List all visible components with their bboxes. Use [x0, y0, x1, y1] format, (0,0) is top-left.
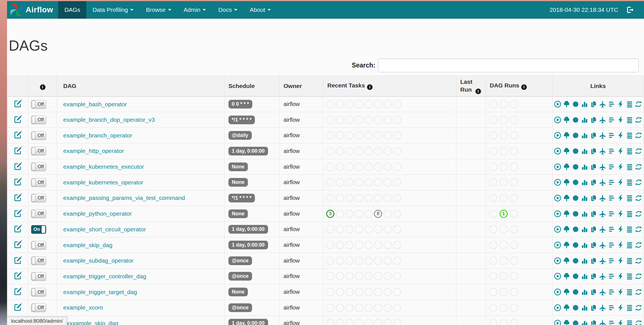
refresh-icon[interactable]	[635, 272, 642, 280]
refresh-icon[interactable]	[635, 179, 642, 186]
dag-run-circle[interactable]	[510, 131, 518, 139]
tree-view-icon[interactable]	[563, 210, 570, 218]
graph-view-icon[interactable]	[572, 272, 579, 280]
refresh-icon[interactable]	[635, 147, 642, 155]
code-view-icon[interactable]	[617, 257, 624, 265]
task-state-circle[interactable]	[384, 100, 392, 108]
task-state-circle[interactable]	[326, 147, 334, 155]
gantt-view-icon[interactable]	[608, 225, 615, 233]
trigger-dag-icon[interactable]	[554, 179, 561, 186]
task-state-circle[interactable]	[364, 272, 373, 280]
logs-icon[interactable]	[626, 194, 633, 202]
dag-pause-toggle[interactable]: Off	[31, 194, 46, 202]
dag-link[interactable]: example_kubernetes_operator	[63, 179, 143, 186]
graph-view-icon[interactable]	[572, 116, 579, 124]
task-state-circle[interactable]	[336, 100, 344, 108]
task-state-circle[interactable]	[326, 272, 334, 280]
task-state-circle[interactable]	[355, 147, 363, 155]
dag-run-circle[interactable]	[510, 163, 518, 171]
task-state-circle[interactable]	[336, 194, 344, 202]
trigger-dag-icon[interactable]	[554, 116, 561, 124]
task-state-circle[interactable]	[384, 241, 392, 249]
task-state-circle[interactable]	[364, 116, 373, 124]
task-state-circle[interactable]	[374, 131, 382, 139]
dag-pause-toggle[interactable]: Off	[31, 178, 46, 187]
task-state-circle[interactable]	[374, 241, 382, 249]
task-state-circle[interactable]	[384, 257, 392, 265]
dag-run-circle[interactable]	[510, 257, 518, 265]
dag-pause-toggle[interactable]: Off	[31, 288, 46, 296]
task-state-circle[interactable]	[364, 225, 373, 233]
task-state-circle[interactable]	[336, 288, 344, 296]
task-state-circle[interactable]	[384, 210, 392, 218]
dag-link[interactable]: example_short_circuit_operator	[63, 226, 146, 233]
nav-item-browse[interactable]: Browse	[140, 1, 177, 19]
task-state-circle[interactable]	[364, 178, 373, 186]
tree-view-icon[interactable]	[563, 100, 570, 108]
search-input[interactable]	[378, 58, 639, 72]
dag-run-circle[interactable]	[489, 319, 497, 325]
task-state-circle[interactable]: 8	[374, 210, 382, 218]
trigger-dag-icon[interactable]	[554, 319, 561, 325]
task-state-circle[interactable]	[374, 257, 382, 265]
task-state-circle[interactable]	[345, 210, 353, 218]
dag-link[interactable]: example_http_operator	[63, 148, 124, 154]
task-state-circle[interactable]	[374, 116, 382, 124]
task-tries-icon[interactable]	[590, 272, 597, 280]
gantt-view-icon[interactable]	[608, 319, 615, 325]
landing-times-icon[interactable]	[599, 163, 606, 171]
nav-item-about[interactable]: About	[244, 1, 277, 19]
logs-icon[interactable]	[626, 147, 633, 155]
trigger-dag-icon[interactable]	[554, 241, 561, 249]
dag-run-circle[interactable]	[500, 116, 508, 124]
task-state-circle[interactable]	[393, 116, 401, 124]
task-tries-icon[interactable]	[590, 116, 597, 124]
task-state-circle[interactable]	[326, 163, 334, 171]
task-tries-icon[interactable]	[590, 179, 597, 186]
task-state-circle[interactable]	[374, 304, 382, 312]
tree-view-icon[interactable]	[563, 319, 570, 325]
dag-run-circle[interactable]	[500, 257, 508, 265]
edit-dag-icon[interactable]	[14, 224, 22, 233]
code-view-icon[interactable]	[617, 319, 624, 325]
task-state-circle[interactable]	[345, 116, 353, 124]
task-state-circle[interactable]	[355, 319, 363, 325]
edit-dag-icon[interactable]	[14, 287, 22, 295]
edit-dag-icon[interactable]	[14, 146, 22, 155]
task-state-circle[interactable]	[384, 272, 392, 280]
graph-view-icon[interactable]	[572, 100, 579, 108]
task-state-circle[interactable]	[364, 257, 373, 265]
code-view-icon[interactable]	[617, 304, 624, 312]
task-state-circle[interactable]	[393, 147, 401, 155]
task-state-circle[interactable]	[384, 116, 392, 124]
dag-link[interactable]: example_trigger_controller_dag	[63, 273, 146, 279]
task-state-circle[interactable]	[345, 241, 353, 249]
task-state-circle[interactable]	[364, 288, 373, 296]
task-state-circle[interactable]	[374, 225, 382, 233]
nav-item-docs[interactable]: Docs	[212, 1, 244, 19]
code-view-icon[interactable]	[617, 163, 624, 171]
refresh-icon[interactable]	[635, 304, 642, 312]
refresh-icon[interactable]	[635, 194, 642, 202]
landing-times-icon[interactable]	[599, 210, 606, 218]
gantt-view-icon[interactable]	[608, 194, 615, 202]
task-state-circle[interactable]	[336, 178, 344, 186]
code-view-icon[interactable]	[617, 241, 624, 249]
task-state-circle[interactable]	[364, 241, 373, 249]
dag-run-circle[interactable]	[500, 194, 508, 202]
task-state-circle[interactable]	[345, 272, 353, 280]
graph-view-icon[interactable]	[572, 147, 579, 155]
task-state-circle[interactable]	[374, 194, 382, 202]
dag-run-circle[interactable]	[510, 304, 518, 312]
task-state-circle[interactable]	[345, 100, 353, 108]
task-state-circle[interactable]	[355, 225, 363, 233]
landing-times-icon[interactable]	[599, 288, 606, 296]
gantt-view-icon[interactable]	[608, 272, 615, 280]
dag-run-circle[interactable]	[489, 178, 497, 186]
task-state-circle[interactable]	[384, 178, 392, 186]
task-state-circle[interactable]	[355, 304, 363, 312]
gantt-view-icon[interactable]	[608, 163, 615, 171]
task-duration-icon[interactable]	[581, 132, 588, 139]
dag-run-circle[interactable]	[489, 100, 497, 108]
task-duration-icon[interactable]	[581, 210, 588, 218]
